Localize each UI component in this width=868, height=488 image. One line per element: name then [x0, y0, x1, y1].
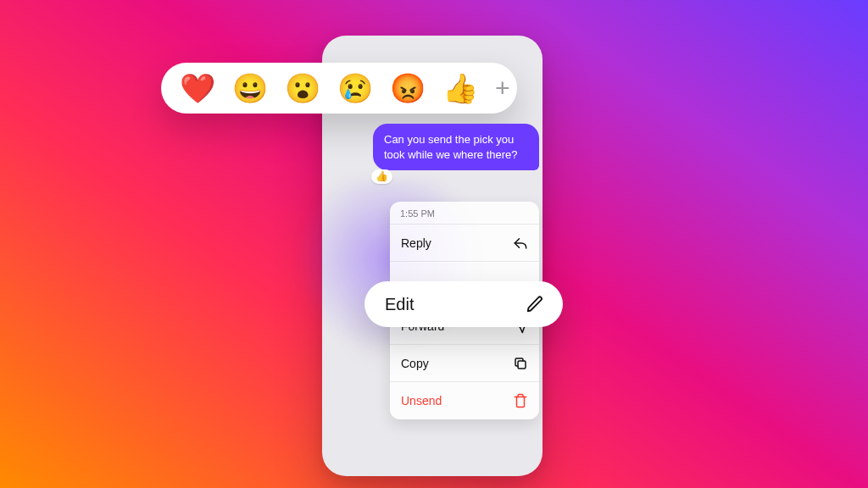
copy-icon [513, 356, 528, 371]
menu-item-label: Unsend [401, 394, 442, 408]
reaction-thumbsup[interactable]: 👍 [442, 74, 478, 103]
message-text: Can you send the pick you took while we … [384, 133, 518, 161]
menu-item-edit[interactable]: Edit [364, 281, 563, 327]
message-reaction-badge[interactable]: 👍 [371, 169, 392, 184]
phone-frame: ❤️ 😀 😮 😢 😡 👍 + Can you send the pick you… [322, 36, 542, 476]
menu-item-label: Reply [401, 236, 431, 250]
gradient-background: ❤️ 😀 😮 😢 😡 👍 + Can you send the pick you… [0, 0, 868, 488]
svg-rect-0 [518, 361, 526, 369]
reaction-heart[interactable]: ❤️ [180, 74, 215, 103]
message[interactable]: Can you send the pick you took while we … [373, 124, 539, 170]
reaction-cry[interactable]: 😢 [337, 74, 373, 103]
reaction-grin[interactable]: 😀 [232, 74, 268, 103]
context-menu-timestamp: 1:55 PM [390, 202, 539, 225]
reaction-bar: ❤️ 😀 😮 😢 😡 👍 + [161, 63, 517, 114]
menu-item-copy[interactable]: Copy [390, 345, 539, 382]
reaction-add-button[interactable]: + [495, 74, 510, 103]
menu-item-unsend[interactable]: Unsend [390, 382, 539, 419]
reaction-openmouth[interactable]: 😮 [285, 74, 320, 103]
menu-item-label: Copy [401, 357, 429, 370]
reaction-angry[interactable]: 😡 [390, 74, 426, 103]
reply-icon [513, 236, 528, 251]
menu-item-reply[interactable]: Reply [390, 225, 539, 262]
menu-item-label: Edit [385, 295, 414, 314]
trash-icon [513, 393, 528, 408]
message-bubble: Can you send the pick you took while we … [373, 124, 539, 170]
pencil-icon [526, 295, 544, 313]
